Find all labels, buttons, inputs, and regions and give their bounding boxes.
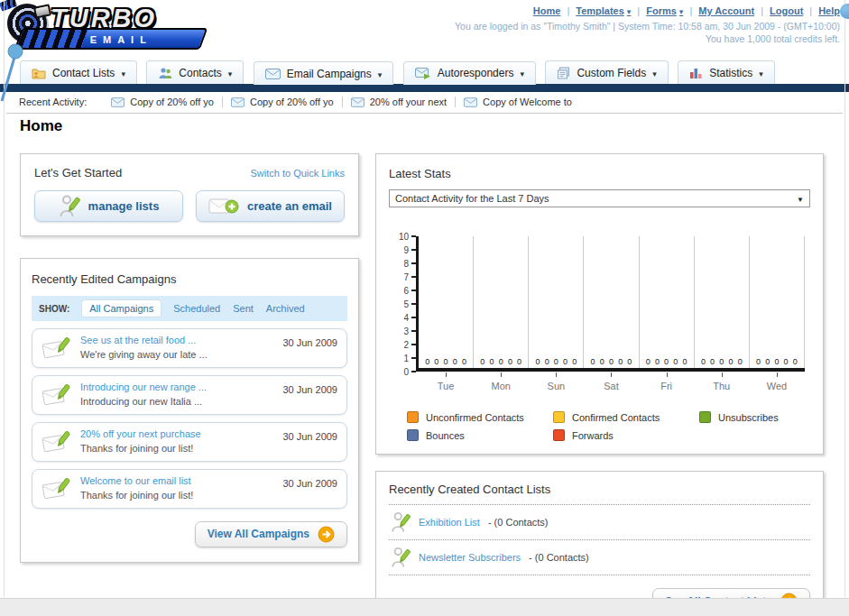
contact-list-row[interactable]: Newsletter Subscribers - (0 Contacts) — [389, 540, 810, 575]
campaign-title-link[interactable]: Welcome to our email list — [80, 474, 273, 489]
tab-label: Statistics — [709, 67, 752, 79]
latest-stats-card: Latest Stats Contact Activity for the La… — [375, 153, 824, 455]
campaign-row[interactable]: Welcome to our email list Thanks for joi… — [32, 469, 347, 509]
left-column: Let's Get Started Switch to Quick Links … — [20, 153, 359, 616]
recently-created-lists-card: Recently Created Contact Lists Exhibitio… — [375, 471, 824, 616]
envelope-arrow-icon — [415, 68, 431, 79]
create-email-button[interactable]: create an email — [196, 190, 345, 222]
contact-list-link[interactable]: Exhibition List — [419, 517, 480, 528]
legend-item: Unsubscribes — [699, 411, 810, 423]
latest-stats-title: Latest Stats — [389, 167, 451, 180]
nav-link-forms[interactable]: Forms — [646, 5, 683, 16]
legend-swatch — [553, 429, 565, 441]
main-content: Let's Get Started Switch to Quick Links … — [0, 146, 849, 616]
logo-email-bar: EMAIL — [14, 28, 208, 50]
separator — [683, 5, 698, 16]
recently-edited-campaigns-card: Recently Edited Campaigns SHOW: All Camp… — [20, 258, 359, 563]
activity-item[interactable]: Copy of 20% off yo — [103, 97, 223, 107]
filter-scheduled[interactable]: Scheduled — [173, 303, 220, 314]
get-started-card: Let's Get Started Switch to Quick Links … — [20, 153, 359, 236]
nav-link-home[interactable]: Home — [533, 5, 561, 16]
campaign-title-link[interactable]: 20% off your next purchase — [80, 428, 273, 442]
tab-label: Contacts — [179, 67, 221, 79]
tab-custom-fields[interactable]: Custom Fields — [545, 60, 668, 84]
y-axis-tick-label: 3 — [403, 326, 409, 336]
logo-subtitle: EMAIL — [90, 34, 152, 45]
chart-value-label: 0 — [490, 357, 494, 366]
footer-band — [0, 598, 849, 616]
nav-link-my-account[interactable]: My Account — [698, 5, 754, 16]
switch-quick-links-link[interactable]: Switch to Quick Links — [250, 168, 345, 179]
tab-autoresponders[interactable]: Autoresponders — [403, 61, 536, 85]
chart-value-label: 0 — [600, 357, 604, 366]
filter-sent[interactable]: Sent — [233, 303, 254, 314]
filter-archived[interactable]: Archived — [266, 303, 305, 314]
chart-value-label: 0 — [434, 357, 438, 366]
campaign-title-link[interactable]: Introducing our new range ... — [80, 381, 273, 395]
campaign-row[interactable]: See us at the retail food ... We're givi… — [32, 328, 347, 368]
legend-label: Unconfirmed Contacts — [426, 412, 524, 423]
logo-title: TURBO — [51, 5, 204, 31]
chart-value-labels: 00000 — [586, 357, 636, 366]
manage-lists-button[interactable]: manage lists — [34, 190, 183, 222]
chart-y-axis: 109876543210 — [394, 236, 416, 372]
envelope-plus-icon — [208, 197, 239, 216]
legend-label: Bounces — [426, 430, 465, 441]
activity-item[interactable]: Copy of 20% off yo — [223, 97, 343, 107]
tab-email-campaigns[interactable]: Email Campaigns — [254, 61, 394, 85]
chart-legend: Unconfirmed ContactsConfirmed ContactsUn… — [407, 411, 810, 441]
tab-statistics[interactable]: Statistics — [678, 60, 775, 84]
tab-contacts[interactable]: Contacts — [146, 60, 244, 84]
turbo-email-logo[interactable]: TURBO EMAIL — [7, 4, 204, 56]
nav-link-logout[interactable]: Logout — [770, 5, 803, 16]
y-axis-tick-label: 8 — [403, 259, 409, 269]
y-axis-tick-label: 2 — [403, 340, 409, 350]
contact-list-count: - (0 Contacts) — [529, 552, 589, 563]
x-axis-label: Mon — [474, 381, 528, 391]
campaign-row[interactable]: 20% off your next purchase Thanks for jo… — [32, 422, 347, 462]
x-axis-label: Tue — [419, 381, 473, 391]
filter-all-campaigns[interactable]: All Campaigns — [82, 300, 161, 317]
page-edge-right — [844, 0, 845, 597]
pin-pointer-icon — [0, 41, 31, 105]
legend-item: Forwards — [553, 429, 699, 441]
contact-list-link[interactable]: Newsletter Subscribers — [419, 552, 521, 563]
tab-contact-lists[interactable]: Contact Lists — [20, 60, 137, 84]
legend-swatch — [553, 411, 565, 423]
help-balloon-icon[interactable] — [840, 4, 849, 19]
right-column: Latest Stats Contact Activity for the La… — [375, 153, 824, 616]
chart-value-label: 0 — [728, 357, 733, 366]
logo-text: TURBO EMAIL — [51, 5, 204, 50]
y-axis-tick-label: 10 — [399, 232, 409, 242]
chart-value-label: 0 — [572, 357, 577, 366]
nav-link-templates[interactable]: Templates — [576, 5, 631, 16]
y-axis-tick-label: 0 — [403, 367, 409, 377]
chart-plot-area: 00000Tue00000Mon00000Sun00000Sat00000Fri… — [416, 236, 805, 372]
campaign-row[interactable]: Introducing our new range ... Introducin… — [32, 375, 347, 415]
campaign-subtitle: Thanks for joining our list! — [80, 489, 273, 503]
chart-value-label: 0 — [701, 357, 706, 366]
chevron-down-icon — [652, 67, 657, 79]
chevron-down-icon — [759, 67, 763, 79]
legend-label: Forwards — [572, 430, 614, 441]
chevron-down-icon — [378, 68, 383, 80]
separator — [803, 5, 818, 16]
nav-link-help[interactable]: Help — [818, 5, 840, 16]
contact-activity-chart: 109876543210 00000Tue00000Mon00000Sun000… — [394, 233, 807, 397]
users-icon — [158, 67, 172, 79]
activity-item-label: Copy of 20% off yo — [250, 97, 334, 107]
campaign-title-link[interactable]: See us at the retail food ... — [80, 334, 273, 348]
activity-item-label: Copy of 20% off yo — [130, 97, 214, 107]
view-all-campaigns-label: View All Campaigns — [208, 528, 309, 540]
chart-day-group: 00000Fri — [640, 236, 695, 368]
stats-period-dropdown[interactable]: Contact Activity for the Last 7 Days — [389, 189, 810, 207]
contact-list-row[interactable]: Exhibition List - (0 Contacts) — [389, 505, 810, 540]
activity-item[interactable]: Copy of Welcome to — [456, 97, 580, 107]
campaigns-title: Recently Edited Campaigns — [32, 272, 176, 286]
view-all-campaigns-button[interactable]: View All Campaigns — [195, 521, 347, 547]
campaign-date: 30 Jun 2009 — [282, 384, 337, 395]
chart-value-label: 0 — [756, 357, 761, 366]
activity-item[interactable]: 20% off your next — [343, 97, 456, 107]
chart-day-group: 00000Sun — [529, 236, 584, 368]
folder-user-icon — [32, 67, 46, 79]
